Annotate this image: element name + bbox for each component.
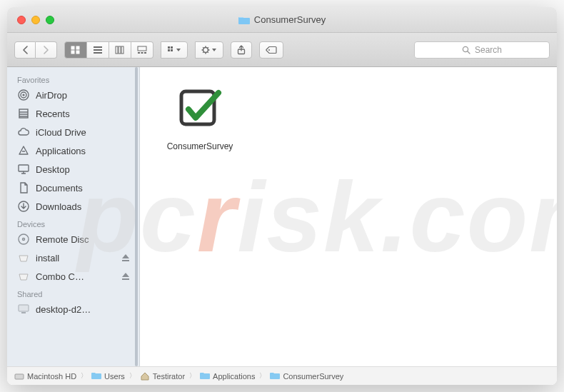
sidebar-item-remotedisc[interactable]: Remote Disc [7,230,139,248]
svg-rect-46 [122,278,129,280]
sidebar-item-label: Combo C… [36,271,115,282]
section-header-shared: Shared [7,286,139,300]
sidebar[interactable]: Favorites AirDrop Recents iCloud Drive A… [7,67,140,366]
svg-rect-3 [76,51,79,54]
action-button[interactable] [195,41,223,59]
path-crumb[interactable]: ConsumerSurvey [270,372,343,381]
path-bar: Macintosh HD 〉 Users 〉 Testirator 〉 Appl… [7,366,557,385]
sidebar-item-label: AirDrop [36,90,131,101]
sidebar-item-icloud[interactable]: iCloud Drive [7,123,139,141]
svg-rect-14 [168,46,170,49]
svg-point-43 [19,234,29,244]
view-list-button[interactable] [87,41,109,59]
section-header-devices: Devices [7,216,139,230]
sidebar-item-install[interactable]: install [7,248,139,267]
svg-rect-0 [71,46,74,49]
chevron-right-icon: 〉 [81,371,87,381]
minimize-button[interactable] [31,16,40,24]
path-crumb[interactable]: Macintosh HD [14,372,76,381]
svg-rect-16 [168,49,170,51]
sidebar-item-downloads[interactable]: Downloads [7,197,139,216]
share-button[interactable] [231,41,252,59]
svg-line-30 [468,51,470,54]
svg-rect-7 [116,46,118,54]
applications-icon [17,144,30,157]
chevron-right-icon: 〉 [259,371,266,381]
sidebar-item-label: Downloads [36,201,131,212]
svg-line-25 [208,47,208,48]
eject-icon[interactable] [121,271,131,281]
view-icon-button[interactable] [64,41,87,59]
path-crumb[interactable]: Applications [200,372,255,381]
titlebar: ConsumerSurvey [7,7,557,33]
traffic-lights [17,16,54,24]
folder-icon [270,372,280,380]
svg-rect-13 [144,52,146,54]
volume-icon [17,251,30,264]
recents-icon [17,107,30,120]
view-column-button[interactable] [109,41,131,59]
sidebar-item-label: iCloud Drive [36,127,131,138]
crumb-label: Users [104,372,125,381]
disc-icon [17,233,30,246]
svg-rect-11 [138,52,140,54]
svg-point-29 [463,46,468,51]
svg-rect-5 [94,49,102,51]
svg-rect-4 [94,46,102,48]
sidebar-item-combo[interactable]: Combo C… [7,267,139,286]
file-label: ConsumerSurvey [167,141,233,151]
view-gallery-button[interactable] [131,41,153,59]
svg-line-26 [203,51,203,52]
airdrop-icon [17,89,30,101]
crumb-label: ConsumerSurvey [283,372,343,381]
tags-button[interactable] [259,41,283,59]
volume-icon [17,270,30,283]
chevron-right-icon: 〉 [129,371,136,381]
path-crumb[interactable]: Testirator [140,372,185,381]
documents-icon [17,181,30,194]
zoom-button[interactable] [46,16,54,24]
sidebar-item-label: desktop-d2… [36,304,131,315]
sidebar-item-label: install [36,253,115,263]
window-title-text: ConsumerSurvey [254,14,326,25]
svg-rect-50 [15,374,24,379]
sidebar-item-recents[interactable]: Recents [7,104,139,123]
sidebar-item-documents[interactable]: Documents [7,179,139,197]
arrange-button[interactable] [161,41,188,59]
svg-line-23 [203,47,203,48]
svg-rect-12 [141,52,143,54]
hdd-icon [14,372,24,381]
sidebar-item-applications[interactable]: Applications [7,141,139,160]
home-icon [140,372,150,381]
forward-button[interactable] [36,41,57,59]
back-button[interactable] [14,41,36,59]
crumb-label: Testirator [153,372,185,381]
chevron-right-icon: 〉 [189,371,196,381]
crumb-label: Applications [213,372,255,381]
svg-rect-47 [19,305,29,311]
sidebar-item-airdrop[interactable]: AirDrop [7,86,139,104]
section-header-favorites: Favorites [7,71,139,86]
svg-point-44 [23,238,25,241]
file-item[interactable]: ConsumerSurvey [158,80,241,151]
search-icon [462,46,470,54]
desktop-icon [17,163,30,176]
nav-buttons [14,41,57,59]
body: Favorites AirDrop Recents iCloud Drive A… [7,67,557,366]
sidebar-item-label: Documents [36,183,131,194]
svg-point-33 [22,94,24,96]
svg-rect-9 [121,46,124,54]
sidebar-item-shared-pc[interactable]: desktop-d2… [7,300,139,318]
svg-rect-2 [71,51,74,54]
eject-icon[interactable] [121,253,131,263]
content-area[interactable]: ConsumerSurvey pcrisk.com [140,67,557,366]
search-input[interactable]: Search [414,41,550,59]
path-crumb[interactable]: Users [91,372,125,381]
svg-line-24 [208,51,208,52]
folder-icon [200,372,210,380]
window-title: ConsumerSurvey [7,14,557,25]
close-button[interactable] [17,16,26,24]
view-switch [64,41,153,59]
sidebar-item-label: Remote Disc [36,234,131,245]
sidebar-item-desktop[interactable]: Desktop [7,160,139,179]
